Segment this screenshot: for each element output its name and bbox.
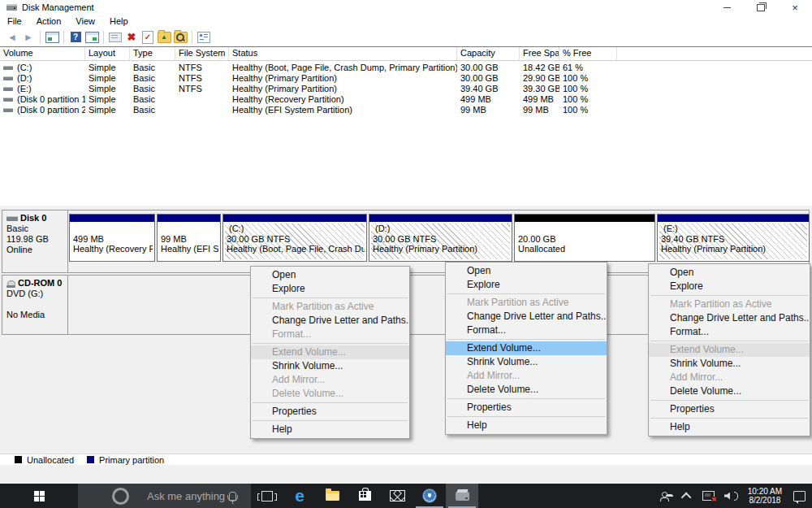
- menu-item-open[interactable]: Open: [251, 268, 409, 282]
- toolbar-separator: [192, 31, 192, 44]
- help-icon[interactable]: ?: [67, 30, 84, 45]
- file-explorer-taskbar-button[interactable]: [316, 484, 348, 508]
- menu-separator: [447, 339, 605, 340]
- menu-action[interactable]: Action: [29, 15, 69, 28]
- menu-item-format[interactable]: Format...: [446, 323, 607, 337]
- search-box[interactable]: [78, 484, 251, 508]
- menu-item-shrink-volume[interactable]: Shrink Volume...: [446, 355, 607, 369]
- store-taskbar-button[interactable]: [348, 484, 381, 508]
- column-header-volume[interactable]: Volume: [0, 47, 85, 60]
- maximize-button[interactable]: [744, 0, 778, 15]
- table-row[interactable]: (E:)SimpleBasicNTFSHealthy (Primary Part…: [0, 83, 812, 93]
- menu-item-properties[interactable]: Properties: [251, 405, 409, 419]
- partition-color-bar: [369, 215, 512, 222]
- menu-item-delete-volume: Delete Volume...: [251, 387, 409, 401]
- cdrom-state: No Media: [6, 310, 67, 320]
- title-bar: Disk Management ×: [0, 0, 812, 15]
- menu-item-change-drive-letter-and-paths[interactable]: Change Drive Letter and Paths...: [446, 310, 607, 323]
- menu-file[interactable]: File: [0, 15, 29, 28]
- disk-tool-taskbar-button[interactable]: [413, 484, 446, 508]
- partition-4[interactable]: 20.00 GBUnallocated: [514, 214, 655, 262]
- partition-line: 30.00 GB NTFS: [227, 234, 365, 245]
- disk0-state: Online: [6, 245, 67, 255]
- volume-icon: [3, 66, 13, 70]
- menu-item-change-drive-letter-and-paths[interactable]: Change Drive Letter and Paths...: [649, 311, 810, 325]
- menu-item-mark-partition-as-active: Mark Partition as Active: [251, 300, 409, 314]
- mail-taskbar-button[interactable]: [381, 484, 413, 508]
- menu-item-format[interactable]: Format...: [649, 325, 810, 339]
- partition-5[interactable]: (E:)39.40 GB NTFSHealthy (Primary Partit…: [657, 214, 810, 262]
- back-icon[interactable]: [4, 30, 20, 45]
- menu-item-delete-volume[interactable]: Delete Volume...: [446, 383, 607, 397]
- cell-pct: 100 %: [559, 94, 617, 104]
- popup-icon[interactable]: [107, 30, 123, 45]
- people-icon[interactable]: [661, 492, 672, 501]
- cell-fs: NTFS: [175, 84, 229, 93]
- menu-item-explore[interactable]: Explore: [446, 278, 607, 292]
- menu-item-properties[interactable]: Properties: [649, 402, 810, 416]
- partition-2[interactable]: (C:)30.00 GB NTFSHealthy (Boot, Page Fil…: [222, 214, 367, 262]
- forward-icon[interactable]: [20, 30, 37, 45]
- column-header-filesystem[interactable]: File System: [175, 47, 229, 60]
- menu-item-delete-volume[interactable]: Delete Volume...: [649, 384, 810, 398]
- microphone-icon[interactable]: [229, 492, 236, 501]
- menu-item-change-drive-letter-and-paths[interactable]: Change Drive Letter and Paths...: [251, 314, 409, 328]
- menu-item-extend-volume[interactable]: Extend Volume...: [446, 341, 607, 355]
- cdrom-label[interactable]: CD-ROM 0 DVD (G:) No Media: [2, 276, 68, 334]
- menu-view[interactable]: View: [68, 15, 102, 28]
- table-row[interactable]: (C:)SimpleBasicNTFSHealthy (Boot, Page F…: [0, 62, 812, 72]
- minimize-button[interactable]: [710, 0, 744, 15]
- menu-item-help[interactable]: Help: [251, 423, 409, 436]
- column-header-status[interactable]: Status: [229, 47, 457, 60]
- partition-line: Healthy (Primary Partition): [373, 244, 510, 254]
- column-header-free[interactable]: % Free: [559, 47, 617, 60]
- table-row[interactable]: (Disk 0 partition 2)SimpleBasicHealthy (…: [0, 104, 812, 115]
- cell-capacity: 30.00 GB: [457, 63, 520, 72]
- explore-icon[interactable]: [172, 30, 188, 45]
- menu-item-help[interactable]: Help: [649, 420, 810, 434]
- partition-3[interactable]: (D:)30.00 GB NTFSHealthy (Primary Partit…: [369, 214, 512, 262]
- column-header-layout[interactable]: Layout: [85, 47, 130, 60]
- check-doc-icon[interactable]: ✓: [140, 30, 156, 45]
- column-header-freespa[interactable]: Free Spa...: [520, 47, 559, 60]
- network-disconnected-icon[interactable]: [702, 491, 715, 501]
- taskbar: e 10:20 AM 8/2/2018: [0, 484, 812, 508]
- console2-icon[interactable]: [84, 30, 100, 45]
- edge-taskbar-button[interactable]: e: [283, 484, 316, 508]
- partition-line: Healthy (Primary Partition): [661, 244, 807, 254]
- menu-item-properties[interactable]: Properties: [446, 401, 607, 415]
- menu-item-shrink-volume[interactable]: Shrink Volume...: [251, 359, 409, 373]
- table-row[interactable]: (Disk 0 partition 1)SimpleBasicHealthy (…: [0, 93, 812, 104]
- show-hidden-icons-chevron[interactable]: [680, 492, 691, 502]
- search-input[interactable]: [145, 489, 229, 503]
- menu-item-shrink-volume[interactable]: Shrink Volume...: [649, 357, 810, 371]
- clock[interactable]: 10:20 AM 8/2/2018: [748, 487, 782, 505]
- column-header-type[interactable]: Type: [130, 47, 175, 60]
- menu-item-explore[interactable]: Explore: [251, 282, 409, 296]
- disk0-label[interactable]: Disk 0 Basic 119.98 GB Online: [2, 211, 68, 272]
- partition-0[interactable]: 499 MBHealthy (Recovery Parti: [69, 214, 155, 262]
- close-button[interactable]: ×: [778, 0, 812, 15]
- table-row[interactable]: (D:)SimpleBasicNTFSHealthy (Primary Part…: [0, 72, 812, 83]
- menu-item-explore[interactable]: Explore: [649, 280, 810, 293]
- partition-1[interactable]: 99 MBHealthy (EFI Syst: [157, 214, 221, 262]
- volume-icon[interactable]: [724, 492, 748, 501]
- delete-icon[interactable]: [123, 30, 140, 45]
- menu-help[interactable]: Help: [102, 15, 136, 28]
- store-icon: [359, 491, 371, 501]
- column-header-capacity[interactable]: Capacity: [457, 47, 520, 60]
- action-center-icon[interactable]: [793, 491, 806, 501]
- drive-up-icon[interactable]: ▲: [156, 30, 172, 45]
- partition-line: 39.40 GB NTFS: [661, 234, 807, 245]
- cell-volume: (Disk 0 partition 2): [0, 104, 85, 115]
- start-button[interactable]: [0, 484, 78, 508]
- disk-management-taskbar-button[interactable]: [446, 484, 478, 508]
- cdrom-name: CD-ROM 0: [18, 278, 62, 288]
- menu-item-open[interactable]: Open: [649, 266, 810, 280]
- task-view-taskbar-button[interactable]: [251, 484, 283, 508]
- menu-item-help[interactable]: Help: [446, 419, 607, 432]
- cell-free: 499 MB: [520, 94, 559, 104]
- menu-item-open[interactable]: Open: [446, 264, 607, 278]
- console-icon[interactable]: [44, 30, 60, 45]
- properties-icon[interactable]: [196, 30, 212, 45]
